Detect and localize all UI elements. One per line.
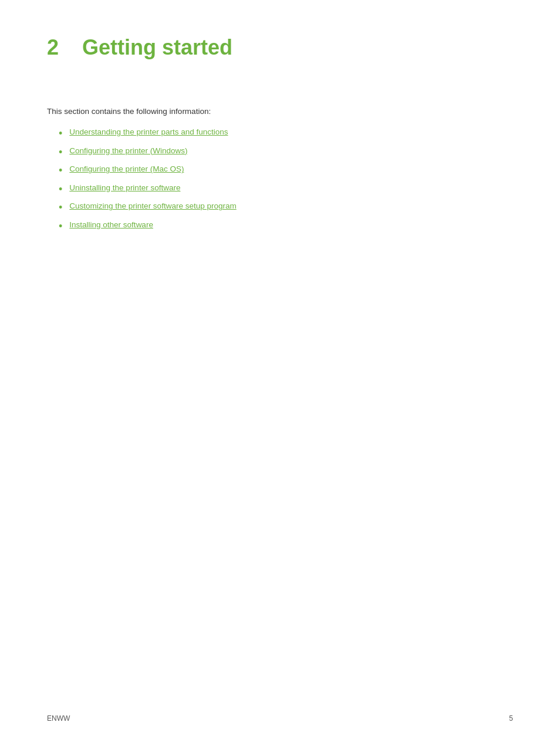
footer-left: ENWW <box>47 714 70 723</box>
footer-right: 5 <box>509 714 513 723</box>
bullet-icon: • <box>59 127 62 140</box>
toc-link-0[interactable]: Understanding the printer parts and func… <box>69 127 228 136</box>
list-item: •Installing other software <box>59 220 513 233</box>
bullet-icon: • <box>59 164 62 177</box>
list-item: •Uninstalling the printer software <box>59 183 513 196</box>
bullet-icon: • <box>59 220 62 233</box>
page-container: 2 Getting started This section contains … <box>0 0 560 746</box>
chapter-header: 2 Getting started <box>47 35 513 60</box>
bullet-icon: • <box>59 183 62 196</box>
toc-link-1[interactable]: Configuring the printer (Windows) <box>69 146 187 155</box>
list-item: •Configuring the printer (Mac OS) <box>59 164 513 177</box>
toc-list: •Understanding the printer parts and fun… <box>59 127 513 233</box>
chapter-title: Getting started <box>82 35 232 60</box>
toc-link-5[interactable]: Installing other software <box>69 220 153 229</box>
page-footer: ENWW 5 <box>47 714 513 723</box>
list-item: •Understanding the printer parts and fun… <box>59 127 513 140</box>
chapter-number: 2 <box>47 35 70 60</box>
toc-link-4[interactable]: Customizing the printer software setup p… <box>69 201 236 210</box>
bullet-icon: • <box>59 201 62 214</box>
toc-link-2[interactable]: Configuring the printer (Mac OS) <box>69 164 184 173</box>
bullet-icon: • <box>59 146 62 159</box>
list-item: •Customizing the printer software setup … <box>59 201 513 214</box>
list-item: •Configuring the printer (Windows) <box>59 146 513 159</box>
section-intro: This section contains the following info… <box>47 107 513 116</box>
toc-link-3[interactable]: Uninstalling the printer software <box>69 183 180 192</box>
